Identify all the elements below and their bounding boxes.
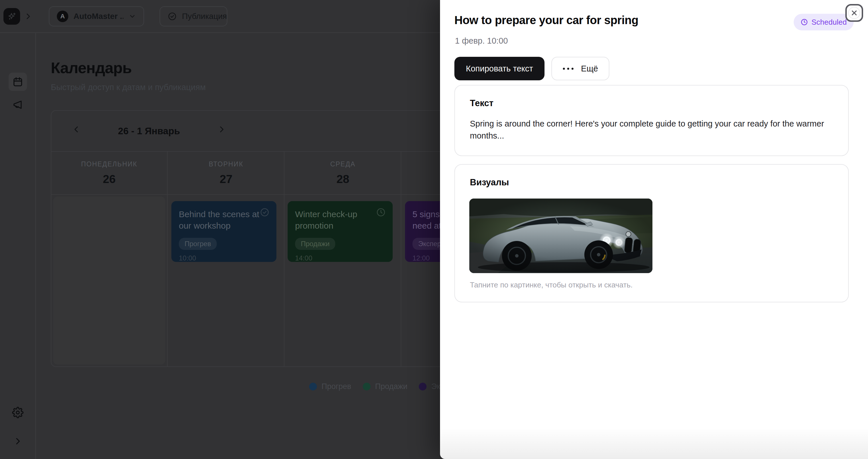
more-button-label: Ещё bbox=[581, 64, 598, 73]
page-title: Календарь bbox=[51, 59, 131, 76]
text-card: Текст Spring is around the corner! Here'… bbox=[454, 85, 849, 156]
day-number: 28 bbox=[285, 173, 401, 186]
legend: Прогрев Продажи Экспер bbox=[309, 382, 457, 391]
legend-item: Прогрев bbox=[309, 382, 351, 391]
event-time: 14:00 bbox=[295, 254, 385, 262]
day-number: 27 bbox=[168, 173, 284, 186]
more-button[interactable]: Ещё bbox=[551, 57, 609, 80]
sidebar-expand-chevron-icon[interactable] bbox=[24, 12, 32, 20]
post-image-car[interactable] bbox=[469, 198, 652, 273]
gear-icon bbox=[12, 407, 24, 418]
post-title: How to prepare your car for spring bbox=[454, 14, 776, 27]
legend-dot-green bbox=[363, 383, 371, 390]
sidebar-collapse-toggle[interactable] bbox=[9, 432, 27, 450]
day-cell[interactable] bbox=[51, 195, 167, 366]
event-card-winter-checkup[interactable]: Winter check-up promotion Продажи 14:00 bbox=[288, 201, 393, 262]
chevron-down-icon bbox=[129, 12, 136, 20]
megaphone-icon bbox=[12, 99, 24, 110]
clock-icon bbox=[376, 207, 386, 217]
event-title-line: Behind the scenes at bbox=[179, 209, 259, 219]
visuals-caption: Тапните по картинке, чтобы открыть и ска… bbox=[470, 281, 632, 290]
workspace-avatar: A bbox=[57, 11, 68, 22]
sidebar-item-settings[interactable] bbox=[9, 403, 27, 422]
check-circle-icon bbox=[260, 207, 270, 217]
event-time: 10:00 bbox=[179, 254, 269, 262]
ellipsis-icon bbox=[563, 68, 574, 70]
sidebar bbox=[0, 33, 36, 459]
legend-dot-purple bbox=[419, 383, 427, 390]
legend-label: Продажи bbox=[375, 382, 408, 391]
publication-button[interactable]: Публикация bbox=[160, 6, 227, 26]
post-detail-panel: How to prepare your car for spring Sched… bbox=[440, 0, 868, 459]
day-number: 26 bbox=[51, 173, 167, 186]
day-name: ПОНЕДЕЛЬНИК bbox=[51, 160, 167, 168]
sidebar-item-calendar[interactable] bbox=[9, 73, 27, 91]
legend-label: Прогрев bbox=[321, 382, 351, 391]
day-name: ВТОРНИК bbox=[168, 160, 284, 168]
workspace-label: AutoMaster ... bbox=[73, 12, 123, 21]
legend-item: Продажи bbox=[363, 382, 408, 391]
sparkles-icon bbox=[7, 11, 17, 22]
close-button-ring bbox=[848, 7, 860, 19]
week-range-label: 26 - 1 Январь bbox=[103, 126, 195, 136]
chevron-right-icon bbox=[13, 437, 22, 446]
status-badge: Scheduled bbox=[794, 14, 854, 30]
visuals-card: Визуалы bbox=[454, 164, 849, 302]
status-badge-label: Scheduled bbox=[811, 18, 847, 27]
post-datetime: 1 февр. 10:00 bbox=[455, 36, 508, 45]
event-tag: Продажи bbox=[295, 238, 335, 250]
day-name: СРЕДА bbox=[285, 160, 401, 168]
text-card-heading: Текст bbox=[470, 98, 493, 108]
app-logo[interactable] bbox=[3, 8, 20, 25]
event-title-line: promotion bbox=[295, 221, 333, 230]
close-button[interactable] bbox=[845, 4, 863, 22]
day-header-monday: ПОНЕДЕЛЬНИК 26 bbox=[51, 152, 167, 195]
event-card-behind-the-scenes[interactable]: Behind the scenes at our workshop Прогре… bbox=[172, 201, 276, 262]
panel-bottom-fade bbox=[440, 427, 868, 459]
page-subtitle: Быстрый доступ к датам и публикациям bbox=[51, 83, 206, 92]
calendar-icon bbox=[12, 76, 24, 88]
prev-week-button[interactable] bbox=[72, 125, 81, 134]
check-circle-icon bbox=[167, 12, 177, 21]
next-week-button[interactable] bbox=[217, 125, 226, 134]
visuals-card-heading: Визуалы bbox=[470, 177, 509, 188]
sidebar-item-campaigns[interactable] bbox=[9, 96, 27, 114]
action-buttons: Копировать текст Ещё bbox=[454, 57, 609, 80]
copy-text-button[interactable]: Копировать текст bbox=[454, 57, 545, 80]
legend-dot-blue bbox=[309, 383, 317, 390]
event-title-line: Winter check-up bbox=[295, 209, 358, 219]
day-header-tuesday: ВТОРНИК 27 bbox=[168, 152, 284, 195]
post-text-body: Spring is around the corner! Here's your… bbox=[470, 118, 834, 142]
event-tag: Прогрев bbox=[179, 238, 217, 250]
day-highlight bbox=[53, 197, 165, 365]
publication-label: Публикация bbox=[182, 12, 227, 21]
event-title-line: our workshop bbox=[179, 221, 230, 230]
clock-icon bbox=[801, 19, 808, 26]
day-header-wednesday: СРЕДА 28 bbox=[285, 152, 401, 195]
workspace-switcher[interactable]: A AutoMaster ... bbox=[49, 6, 144, 26]
